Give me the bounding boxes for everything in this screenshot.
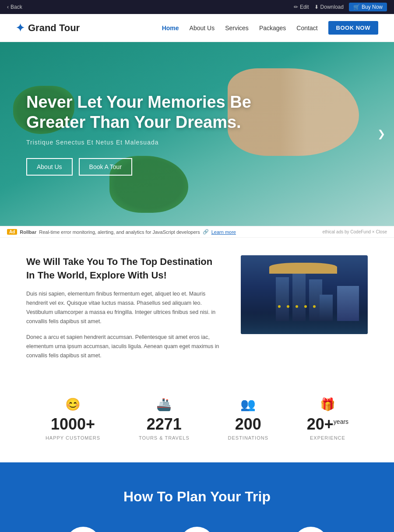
download-icon: ⬇ bbox=[314, 4, 319, 10]
download-button[interactable]: ⬇ Download bbox=[314, 4, 344, 10]
hero-section: Never Let Your Memories Be Greater Than … bbox=[0, 42, 394, 226]
stat-label-destinations: DESTINATIONS bbox=[228, 435, 268, 440]
ad-brand: Rollbar bbox=[20, 229, 36, 235]
download-label: Download bbox=[320, 4, 344, 10]
logo-icon: ✦ bbox=[16, 22, 25, 34]
hero-subtitle: Tristique Senectus Et Netus Et Malesuada bbox=[26, 139, 368, 146]
about-para-1: Duis nisi sapien, elementum finibus ferm… bbox=[26, 289, 223, 327]
hero-content: Never Let Your Memories Be Greater Than … bbox=[0, 42, 394, 226]
stat-number-destinations: 200 bbox=[228, 415, 268, 433]
link-icon: 🔗 bbox=[203, 229, 209, 235]
right-building bbox=[337, 286, 359, 321]
nav-contact[interactable]: Contact bbox=[296, 25, 317, 32]
right-building-2 bbox=[320, 295, 333, 321]
nav-home[interactable]: Home bbox=[162, 25, 179, 32]
step-pick-destination: ✈ PICK DESTINATION Vestibulum urna ligul… bbox=[39, 527, 127, 532]
edit-button[interactable]: ✏ Edit bbox=[294, 4, 309, 10]
stat-happy-customers: 😊 1000+ HAPPY CUSTOMERS bbox=[46, 397, 100, 440]
stat-destinations: 👥 200 DESTINATIONS bbox=[228, 397, 268, 440]
navbar: ✦ Grand Tour Home About Us Services Pack… bbox=[0, 14, 394, 42]
hero-book-tour-btn[interactable]: Book A Tour bbox=[79, 158, 132, 176]
hero-about-btn[interactable]: About Us bbox=[26, 158, 73, 176]
about-heading: We Will Take You To The Top Destination … bbox=[26, 255, 223, 282]
ship-icon: 🚢 bbox=[139, 397, 190, 412]
cart-icon: 🛒 bbox=[353, 4, 360, 10]
step-1-icon-circle: ✈ bbox=[66, 527, 101, 532]
stat-experience: 🎁 20+years EXPERIENCE bbox=[307, 397, 348, 440]
nav-links: Home About Us Services Packages Contact … bbox=[162, 21, 378, 35]
about-heading-strong: Explore With Us! bbox=[90, 270, 167, 281]
nav-packages[interactable]: Packages bbox=[259, 25, 286, 32]
step-3-icon-circle: 🎁 bbox=[293, 527, 328, 532]
back-label: Back bbox=[11, 4, 22, 10]
stat-label-experience: EXPERIENCE bbox=[307, 435, 348, 440]
nav-about[interactable]: About Us bbox=[190, 25, 215, 32]
ad-badge: Ad bbox=[7, 229, 17, 235]
smiley-icon: 😊 bbox=[46, 397, 100, 412]
hero-title: Never Let Your Memories Be Greater Than … bbox=[26, 92, 254, 132]
roof-deck bbox=[269, 263, 337, 274]
pencil-icon: ✏ bbox=[294, 4, 298, 10]
hero-next-arrow[interactable]: ❯ bbox=[377, 128, 385, 140]
stat-label-customers: HAPPY CUSTOMERS bbox=[46, 435, 100, 440]
ad-right-text: ethical ads by CodeFund × Close bbox=[322, 229, 387, 234]
stats-section: 😊 1000+ HAPPY CUSTOMERS 🚢 2271 TOURS & T… bbox=[0, 384, 394, 462]
building-lights bbox=[278, 305, 281, 308]
back-button[interactable]: ‹ Back bbox=[7, 4, 22, 10]
nav-services[interactable]: Services bbox=[225, 25, 249, 32]
stat-number-tours: 2271 bbox=[139, 415, 190, 433]
step-select-date: 📅 SELECT DATE Vestibulum urna ligula, mo… bbox=[153, 527, 241, 532]
ad-text: Real-time error monitoring, alerting, an… bbox=[39, 229, 200, 235]
top-bar: ‹ Back ✏ Edit ⬇ Download 🛒 Buy Now bbox=[0, 0, 394, 14]
edit-label: Edit bbox=[300, 4, 309, 10]
buy-label: Buy Now bbox=[362, 4, 383, 10]
about-text: We Will Take You To The Top Destination … bbox=[26, 255, 223, 366]
stat-label-tours: TOURS & TRAVELS bbox=[139, 435, 190, 440]
ad-learn-more-link[interactable]: Learn more bbox=[211, 229, 236, 235]
gift-icon: 🎁 bbox=[307, 397, 348, 412]
stat-number-customers: 1000+ bbox=[46, 415, 100, 433]
steps-row: ✈ PICK DESTINATION Vestibulum urna ligul… bbox=[18, 527, 376, 532]
group-icon: 👥 bbox=[228, 397, 268, 412]
stat-tours: 🚢 2271 TOURS & TRAVELS bbox=[139, 397, 190, 440]
tower-2 bbox=[292, 273, 306, 321]
about-image bbox=[241, 255, 368, 334]
about-section: We Will Take You To The Top Destination … bbox=[0, 238, 394, 384]
stat-number-experience: 20+years bbox=[307, 415, 348, 433]
book-now-button[interactable]: BOOK NOW bbox=[328, 21, 378, 35]
tower-1 bbox=[276, 277, 289, 321]
blue-section-title: How To Plan Your Trip bbox=[18, 489, 376, 505]
blue-section: How To Plan Your Trip ✈ PICK DESTINATION… bbox=[0, 462, 394, 532]
step-2-icon-circle: 📅 bbox=[179, 527, 215, 532]
about-para-2: Donec a arcu et sapien hendrerit accumsa… bbox=[26, 333, 223, 361]
logo-text: Grand Tour bbox=[28, 22, 80, 34]
back-arrow-icon: ‹ bbox=[7, 4, 9, 10]
buy-button[interactable]: 🛒 Buy Now bbox=[349, 3, 387, 11]
hero-buttons: About Us Book A Tour bbox=[26, 158, 368, 176]
ad-bar: Ad Rollbar Real-time error monitoring, a… bbox=[0, 226, 394, 238]
logo: ✦ Grand Tour bbox=[16, 22, 80, 34]
step-enjoy-trip: 🎁 ENJOY THE TRIP Vestibulum urna ligula,… bbox=[267, 527, 355, 532]
